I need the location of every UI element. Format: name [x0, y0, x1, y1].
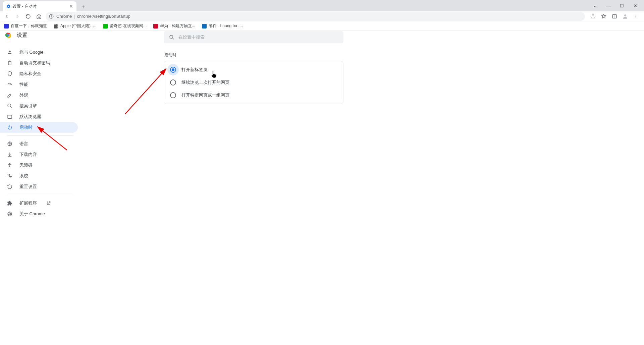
startup-option-continue[interactable]: 继续浏览上次打开的网页 [164, 76, 343, 89]
svg-rect-3 [612, 14, 616, 18]
svg-line-13 [172, 38, 174, 39]
close-window-button[interactable]: ✕ [631, 3, 639, 8]
search-icon [7, 103, 13, 109]
sidebar-item-default-browser[interactable]: 默认浏览器 [0, 111, 78, 122]
radio-checked-icon[interactable] [170, 67, 176, 73]
svg-point-7 [636, 16, 636, 16]
sidebar-item-performance[interactable]: 性能 [0, 79, 78, 90]
address-bar[interactable]: Chrome | chrome://settings/onStartup [46, 12, 585, 21]
sidebar-item-label: 关于 Chrome [19, 211, 45, 217]
back-button[interactable] [3, 12, 11, 20]
download-icon [7, 152, 13, 158]
radio-unchecked-icon[interactable] [170, 79, 176, 85]
startup-options-card: 打开新标签页 继续浏览上次打开的网页 打开特定网页或一组网页 [164, 61, 343, 104]
sidebar-item-about-chrome[interactable]: 关于 Chrome [0, 209, 78, 219]
chrome-outline-icon [7, 211, 13, 217]
person-icon [7, 49, 13, 55]
svg-point-1 [51, 15, 52, 16]
settings-sidebar: 您与 Google 自动填充和密码 隐私和安全 性能 外观 搜索引擎 默认浏览器… [0, 47, 78, 219]
radio-unchecked-icon[interactable] [170, 92, 176, 98]
minimize-button[interactable]: — [604, 3, 612, 8]
maximize-button[interactable]: ☐ [618, 3, 626, 8]
site-info-icon[interactable] [49, 14, 54, 19]
sidebar-item-system[interactable]: 系统 [0, 171, 78, 181]
window-controls: ⌄ — ☐ ✕ [591, 0, 644, 11]
sidebar-item-downloads[interactable]: 下载内容 [0, 149, 78, 160]
bookmark-label: 百度一下，你就知道 [11, 23, 47, 29]
browser-tab[interactable]: 设置 - 启动时 ✕ [3, 1, 76, 11]
kebab-menu-icon[interactable] [633, 13, 639, 20]
sidebar-item-label: 语言 [19, 141, 28, 147]
new-tab-button[interactable]: ＋ [78, 2, 88, 11]
svg-point-6 [636, 14, 636, 15]
svg-line-19 [10, 107, 12, 108]
bookmark-favicon [153, 24, 158, 28]
bookmark-item[interactable]: 百度一下，你就知道 [4, 23, 47, 29]
settings-search[interactable]: 在设置中搜索 [164, 31, 343, 43]
bookmark-item[interactable]: 华为 - 构建万物互... [153, 23, 195, 29]
option-label: 打开特定网页或一组网页 [181, 92, 229, 98]
globe-icon [7, 141, 13, 147]
accessibility-icon [7, 162, 13, 168]
sidebar-item-accessibility[interactable]: 无障碍 [0, 160, 78, 171]
sidebar-item-label: 您与 Google [19, 49, 44, 55]
sidebar-item-extensions[interactable]: 扩展程序 [0, 198, 78, 209]
sidebar-item-label: 隐私和安全 [19, 71, 41, 77]
tabs-dropdown-icon[interactable]: ⌄ [591, 3, 599, 8]
sidebar-item-search-engine[interactable]: 搜索引擎 [0, 101, 78, 111]
sidebar-item-reset[interactable]: 重置设置 [0, 181, 78, 192]
bookmark-item[interactable]: 邮件 - huang bo -... [202, 23, 243, 29]
url-separator: | [74, 14, 75, 19]
close-tab-icon[interactable]: ✕ [69, 4, 73, 9]
shield-icon [7, 71, 13, 77]
bookmarks-bar: 百度一下，你就知道 Apple (中国大陆) -... 爱奇艺-在线视频网...… [0, 21, 644, 31]
side-panel-icon[interactable] [611, 13, 618, 20]
svg-point-8 [636, 17, 636, 18]
search-icon [169, 35, 174, 40]
sidebar-item-privacy[interactable]: 隐私和安全 [0, 68, 78, 79]
svg-point-12 [170, 35, 173, 38]
settings-header: 设置 [5, 32, 28, 39]
speedometer-icon [7, 81, 13, 88]
wrench-icon [7, 173, 13, 179]
sidebar-divider [7, 135, 74, 136]
clipboard-icon [7, 60, 13, 66]
toolbar-right [588, 13, 641, 20]
browser-window-icon [7, 114, 13, 120]
sidebar-item-autofill[interactable]: 自动填充和密码 [0, 58, 78, 68]
sidebar-item-you-and-google[interactable]: 您与 Google [0, 47, 78, 58]
power-icon [7, 124, 13, 130]
profile-avatar-icon[interactable] [622, 13, 629, 20]
sidebar-item-languages[interactable]: 语言 [0, 138, 78, 149]
bookmark-favicon [103, 24, 108, 28]
browser-toolbar: Chrome | chrome://settings/onStartup [0, 11, 644, 21]
tab-title: 设置 - 启动时 [13, 4, 37, 9]
sidebar-item-label: 系统 [19, 173, 28, 179]
startup-option-specific-pages[interactable]: 打开特定网页或一组网页 [164, 89, 343, 102]
sidebar-item-label: 自动填充和密码 [19, 60, 50, 66]
sidebar-divider [7, 195, 74, 195]
svg-point-5 [624, 14, 626, 16]
reload-button[interactable] [24, 12, 32, 20]
sidebar-item-label: 重置设置 [19, 184, 37, 190]
startup-option-new-tab[interactable]: 打开新标签页 [164, 63, 343, 76]
sidebar-item-appearance[interactable]: 外观 [0, 90, 78, 101]
sidebar-item-label: 性能 [19, 81, 28, 88]
svg-line-17 [10, 84, 11, 85]
page-title: 设置 [17, 32, 28, 39]
home-button[interactable] [35, 12, 43, 20]
bookmark-star-icon[interactable] [600, 13, 607, 20]
bookmark-label: Apple (中国大陆) -... [60, 23, 96, 29]
svg-point-18 [8, 104, 11, 107]
sidebar-item-label: 外观 [19, 92, 28, 98]
svg-rect-20 [8, 115, 12, 119]
palette-icon [7, 92, 13, 98]
bookmark-item[interactable]: 爱奇艺-在线视频网... [103, 23, 147, 29]
sidebar-item-on-startup[interactable]: 启动时 [0, 122, 78, 133]
share-icon[interactable] [590, 13, 596, 20]
bookmark-item[interactable]: Apple (中国大陆) -... [54, 23, 96, 29]
svg-line-26 [125, 69, 166, 114]
forward-button[interactable] [13, 12, 21, 20]
url-prefix: Chrome [56, 14, 72, 19]
sidebar-item-label: 扩展程序 [19, 200, 37, 206]
